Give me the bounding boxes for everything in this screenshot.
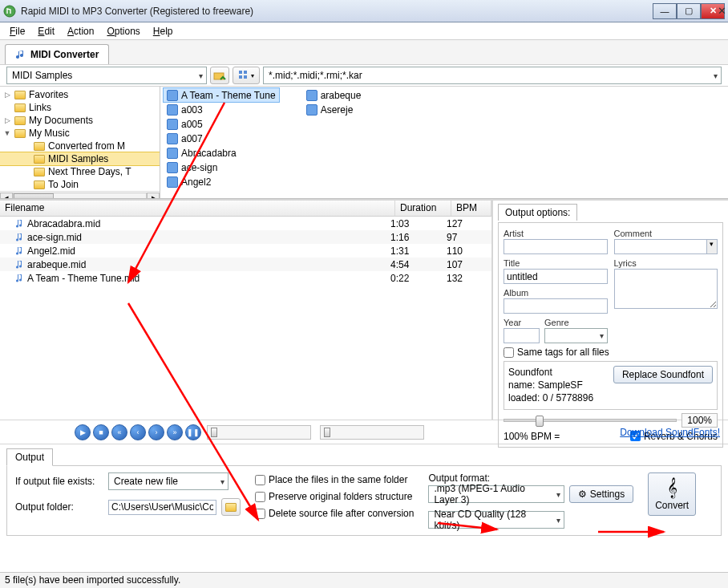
svg-rect-4 <box>239 75 242 79</box>
file-item[interactable]: A Team - Theme Tune <box>164 88 279 102</box>
note-icon <box>16 233 24 242</box>
filter-combo[interactable]: *.mid;*.midi;*.rmi;*.kar <box>263 67 722 84</box>
browse-folder-button[interactable] <box>221 498 241 516</box>
tab-midi-converter[interactable]: MIDI Converter <box>5 44 109 64</box>
rewind-button[interactable]: « <box>111 424 127 440</box>
output-section: Output If output file exists: Create new… <box>0 444 728 539</box>
title-bar: Rapid MIDI to MP3 Converter (Registered … <box>0 0 728 22</box>
app-icon <box>3 5 16 18</box>
step-back-button[interactable]: ‹ <box>130 424 146 440</box>
queue-row[interactable]: arabeque.mid4:54107 <box>0 258 491 271</box>
tree-item[interactable]: Converted from M <box>0 140 160 152</box>
bpm-label: 100% BPM = <box>504 431 560 442</box>
volume-slider[interactable] <box>504 419 677 422</box>
year-input[interactable] <box>504 328 540 343</box>
view-mode-button[interactable]: ▾ <box>233 67 260 84</box>
menu-options[interactable]: Options <box>100 24 146 39</box>
note-icon <box>16 219 24 229</box>
label-year: Year <box>504 318 521 327</box>
label-title: Title <box>504 258 520 268</box>
tree-item[interactable]: Next Three Days, T <box>0 165 160 178</box>
same-tags-checkbox[interactable] <box>504 347 514 358</box>
label-folder: Output folder: <box>15 501 103 513</box>
lyrics-input[interactable] <box>614 269 718 309</box>
genre-combo[interactable] <box>544 328 608 343</box>
seek-slider-2[interactable] <box>320 425 424 440</box>
midi-file-icon <box>306 90 317 101</box>
queue-row[interactable]: Angel2.mid1:31110 <box>0 244 491 258</box>
queue-header[interactable]: Filename Duration BPM <box>0 201 491 217</box>
comment-input[interactable] <box>614 239 707 254</box>
queue-row[interactable]: ace-sign.mid1:1697 <box>0 230 491 244</box>
queue-row[interactable]: Abracadabra.mid1:03127 <box>0 217 491 230</box>
file-item[interactable]: arabeque <box>303 88 365 102</box>
note-icon <box>16 274 24 283</box>
convert-button[interactable]: 𝄞 Convert <box>648 472 696 516</box>
settings-button[interactable]: ⚙ Settings <box>569 485 633 503</box>
file-item[interactable]: Angel2 <box>164 175 279 189</box>
download-soundfonts-link[interactable]: Download SoundFonts! <box>620 427 720 438</box>
quality-combo[interactable]: Near CD Quality (128 kbit/s) <box>428 511 564 529</box>
file-item[interactable]: ace-sign <box>164 160 279 174</box>
play-button[interactable]: ▶ <box>75 424 91 440</box>
stop-button[interactable]: ■ <box>93 424 109 440</box>
step-fwd-button[interactable]: › <box>148 424 164 440</box>
soundfont-box: Soundfont name: SampleSF loaded: 0 / 577… <box>504 361 718 410</box>
menu-help[interactable]: Help <box>147 24 180 39</box>
menu-file[interactable]: File <box>3 24 31 39</box>
folder-combo[interactable]: MIDI Samples <box>6 67 207 84</box>
ifexists-combo[interactable]: Create new file <box>108 472 229 490</box>
same-folder-checkbox[interactable] <box>255 475 265 485</box>
file-item[interactable]: a007 <box>164 132 279 145</box>
output-folder-input[interactable] <box>108 500 216 515</box>
note-icon <box>15 49 26 60</box>
format-combo[interactable]: .mp3 (MPEG-1 Audio Layer 3) <box>428 485 564 503</box>
title-input[interactable] <box>504 269 608 284</box>
queue-row[interactable]: A Team - Theme Tune.mid0:22132 <box>0 271 491 285</box>
note-icon <box>16 246 24 256</box>
maximize-button[interactable]: ▢ <box>677 3 701 19</box>
menu-edit[interactable]: Edit <box>31 24 61 39</box>
midi-file-icon <box>167 176 178 188</box>
artist-input[interactable] <box>504 239 608 254</box>
note-icon <box>16 260 24 270</box>
file-item[interactable]: Asereje <box>303 103 365 116</box>
folder-icon <box>14 116 26 125</box>
tree-item[interactable]: ▷Favorites <box>0 88 160 101</box>
tree-item[interactable]: To Join <box>0 178 160 191</box>
folder-icon <box>34 155 45 164</box>
tree-hscroll[interactable]: ◂▸ <box>0 191 160 198</box>
file-item[interactable]: a005 <box>164 117 279 131</box>
tree-item[interactable]: ▼My Music <box>0 127 160 140</box>
options-tab[interactable]: Output options: <box>498 204 577 221</box>
tree-item[interactable]: MIDI Samples <box>0 152 160 165</box>
window-title: Rapid MIDI to MP3 Converter (Registered … <box>21 6 653 17</box>
midi-file-icon <box>167 133 178 144</box>
file-item[interactable]: Abracadabra <box>164 146 279 160</box>
replace-soundfont-button[interactable]: Replace Soundfont <box>613 366 713 383</box>
pause-button[interactable]: ❚❚ <box>185 424 201 440</box>
label-lyrics: Lyrics <box>614 258 637 268</box>
file-browser: ▷FavoritesLinks▷My Documents▼My MusicCon… <box>0 87 728 199</box>
output-tab[interactable]: Output <box>6 448 53 466</box>
label-ifexists: If output file exists: <box>15 476 103 487</box>
ffwd-button[interactable]: » <box>167 424 183 440</box>
menu-action[interactable]: Action <box>61 24 100 39</box>
svg-point-0 <box>4 6 15 17</box>
label-genre: Genre <box>544 318 569 327</box>
preserve-structure-checkbox[interactable] <box>255 492 265 502</box>
tree-item[interactable]: Links <box>0 101 160 114</box>
label-album: Album <box>504 288 528 298</box>
minimize-button[interactable]: ― <box>653 3 677 19</box>
svg-rect-5 <box>244 75 247 79</box>
comment-expand-button[interactable]: ▾ <box>707 239 718 254</box>
album-input[interactable] <box>504 298 608 314</box>
file-item[interactable]: a003 <box>164 103 279 116</box>
delete-source-checkbox[interactable] <box>255 509 265 519</box>
label-artist: Artist <box>504 229 524 238</box>
up-folder-button[interactable] <box>210 67 229 84</box>
seek-slider[interactable] <box>207 425 311 440</box>
folder-tree[interactable]: ▷FavoritesLinks▷My Documents▼My MusicCon… <box>0 87 160 198</box>
tree-item[interactable]: ▷My Documents <box>0 114 160 127</box>
file-list[interactable]: A Team - Theme Tunea003a005a007Abracadab… <box>160 87 728 198</box>
